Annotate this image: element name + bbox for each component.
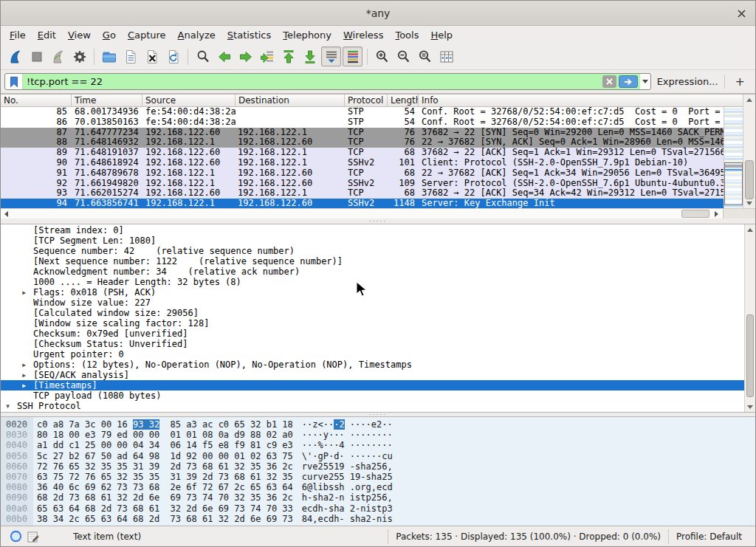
tree-item[interactable]: ▸[SEQ/ACK analysis] [1,370,744,380]
find-packet-button[interactable] [193,47,213,66]
chevron-right-icon[interactable]: ▸ [21,370,33,380]
packet-row[interactable]: 9071.648618924192.168.122.60192.168.122.… [1,158,724,168]
tree-item[interactable]: Acknowledgment number: 34 (relative ack … [1,266,744,277]
chevron-right-icon[interactable]: ▸ [21,359,33,370]
zoom-in-button[interactable] [372,47,392,66]
menu-help[interactable]: Help [425,28,458,42]
packet-row[interactable]: 9271.661949820192.168.122.1192.168.122.6… [1,179,724,189]
scroll-right-button[interactable] [711,209,721,219]
packet-list-vertical-scrollbar[interactable] [743,94,755,208]
tree-item[interactable]: ▸Options: (12 bytes), No-Operation (NOP)… [1,359,744,370]
add-filter-button[interactable]: + [731,75,749,89]
column-header-time[interactable]: Time [72,94,142,106]
menu-edit[interactable]: Edit [32,28,62,42]
capture-restart-button[interactable] [48,47,68,66]
scroll-up-button[interactable] [745,224,755,235]
pane-splitter-top[interactable]: ····· [1,219,755,224]
chevron-down-icon[interactable]: ▾ [5,401,17,411]
capture-stop-button[interactable] [27,47,47,66]
menu-analyze[interactable]: Analyze [172,28,221,42]
go-forward-button[interactable] [236,47,255,66]
expression-button[interactable]: Expression... [657,76,718,87]
hex-row[interactable]: 00b038 34 2c 65 63 64 68 2d 73 68 61 32 … [1,514,755,524]
expert-info-button[interactable] [8,529,23,544]
auto-scroll-toggle[interactable] [321,47,341,66]
hex-row[interactable]: 003080 18 00 e3 79 ed 00 00 01 01 08 0a … [1,430,755,440]
zoom-out-button[interactable] [394,47,413,66]
details-vertical-scrollbar[interactable] [744,224,755,412]
packet-list-horizontal-scrollbar[interactable] [1,208,755,219]
tree-item[interactable]: [Checksum Status: Unverified] [1,339,744,349]
chevron-right-icon[interactable]: ▸ [21,380,33,391]
tree-item[interactable]: [Next sequence number: 1122 (relative se… [1,256,744,266]
chevron-right-icon[interactable]: ▸ [21,287,33,297]
hex-row[interactable]: 007063 75 72 76 65 32 35 35 31 39 2d 73 … [1,472,755,482]
open-file-button[interactable] [99,47,119,66]
display-filter-input[interactable]: !tcp.port == 22 [23,74,600,89]
filter-clear-button[interactable] [602,75,616,88]
column-header-destination[interactable]: Destination [236,94,345,106]
menu-wireless[interactable]: Wireless [337,28,389,42]
tree-item[interactable]: [Stream index: 0] [1,225,744,235]
tree-item[interactable]: [Calculated window size: 29056] [1,308,744,318]
packet-row[interactable]: 8568.001734936fe:54:00:d4:38:2aSTP54Conf… [1,107,724,117]
tree-item[interactable]: ▾SSH Protocol [1,401,744,411]
column-header-info[interactable]: Info [419,94,755,106]
tree-item[interactable]: TCP payload (1080 bytes) [1,391,744,401]
tree-item[interactable]: Checksum: 0x79ed [unverified] [1,328,744,339]
packet-row[interactable]: 9371.662015274192.168.122.60192.168.122.… [1,188,724,199]
hex-row[interactable]: 008036 40 6c 69 62 73 73 68 2e 6f 72 67 … [1,482,755,492]
go-to-packet-button[interactable] [257,47,277,66]
hex-row[interactable]: 006072 76 65 32 35 35 31 39 2d 73 68 61 … [1,461,755,472]
capture-start-button[interactable] [5,47,25,66]
hex-row[interactable]: 009068 2d 73 68 61 32 2d 6e 69 73 74 70 … [1,492,755,503]
minimap-view-thumb[interactable] [724,162,743,205]
hex-row[interactable]: 00a065 63 64 68 2d 73 68 61 32 2d 6e 69 … [1,503,755,514]
close-file-button[interactable] [142,47,162,66]
tree-item[interactable]: [TCP Segment Len: 1080] [1,235,744,246]
filter-apply-button[interactable] [619,75,638,88]
chevron-right-icon[interactable]: ▸ [21,411,33,412]
column-header-no[interactable]: No. [1,94,72,106]
tree-item[interactable]: ▸SSH Version 2 (encryption:chacha20-poly… [1,411,744,412]
packet-row[interactable]: 8771.647777234192.168.122.60192.168.122.… [1,128,724,138]
menu-tools[interactable]: Tools [389,28,425,42]
column-header-length[interactable]: Length [388,94,419,106]
menu-capture[interactable]: Capture [122,28,172,42]
hex-row[interactable]: 0040a1 dd c1 25 00 00 04 34 06 14 f5 e8 … [1,440,755,450]
vertical-scroll-thumb[interactable] [745,160,754,199]
go-back-button[interactable] [214,47,234,66]
scroll-up-button[interactable] [743,94,755,105]
capture-options-button[interactable] [69,47,89,66]
scroll-left-button[interactable] [1,209,11,219]
filter-history-dropdown[interactable] [640,74,650,89]
resize-columns-button[interactable] [436,47,456,66]
colorize-toggle[interactable] [343,47,362,66]
packet-row[interactable]: 8871.648146932192.168.122.1192.168.122.6… [1,137,724,148]
packet-row[interactable]: 8670.013850163fe:54:00:d4:38:2aSTP54Conf… [1,117,724,128]
go-last-packet-button[interactable] [300,47,320,66]
hex-row[interactable]: 0020c0 a8 7a 3c 00 16 93 32 85 a3 ac c0 … [1,419,755,430]
column-header-source[interactable]: Source [142,94,236,106]
tree-item[interactable]: Urgent pointer: 0 [1,349,744,359]
menu-go[interactable]: Go [97,28,122,42]
scroll-down-button[interactable] [745,402,755,412]
packet-row[interactable]: 8971.648191037192.168.122.60192.168.122.… [1,148,724,158]
menu-view[interactable]: View [62,28,97,42]
zoom-reset-button[interactable] [415,47,435,66]
menu-statistics[interactable]: Statistics [221,28,277,42]
horizontal-scroll-thumb[interactable] [681,210,709,218]
save-file-button[interactable] [120,47,140,66]
tree-item[interactable]: ▸[Timestamps] [1,380,744,391]
capture-comment-button[interactable] [26,529,41,544]
filter-bookmark-button[interactable] [5,74,23,89]
profile-status[interactable]: Profile: Default [668,529,749,544]
packet-row[interactable]: 9171.648789678192.168.122.1192.168.122.6… [1,168,724,179]
display-filter-field[interactable]: !tcp.port == 22 [4,73,651,90]
tree-item[interactable]: Window size value: 227 [1,297,744,308]
reload-file-button[interactable] [163,47,183,66]
hex-row[interactable]: 00505c 27 b2 67 50 ad 64 98 1d 92 00 00 … [1,451,755,461]
scroll-down-button[interactable] [743,198,755,208]
tree-item[interactable]: ▸Flags: 0x018 (PSH, ACK) [1,287,744,297]
tree-item[interactable]: 1000 .... = Header Length: 32 bytes (8) [1,277,744,287]
